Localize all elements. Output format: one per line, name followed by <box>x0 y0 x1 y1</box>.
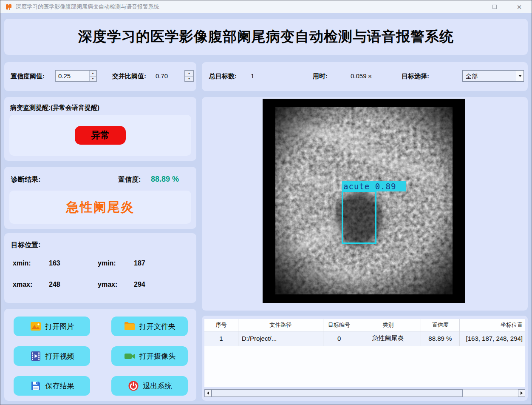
exit-system-button[interactable]: 退出系统 <box>111 376 188 396</box>
confidence-label: 置信度: <box>118 175 141 184</box>
xmin-label: xmin: <box>13 260 31 267</box>
ymax-label: ymax: <box>98 281 117 288</box>
button-label: 打开文件夹 <box>139 322 175 331</box>
ymax-value: 294 <box>134 281 145 288</box>
threshold-panel: 置信度阈值: 0.25 ▲ ▼ 交并比阈值: 0.70 ▲ ▼ <box>4 62 196 91</box>
diagnosis-panel: 诊断结果: 置信度: 88.89 % 急性阑尾炎 <box>4 167 196 229</box>
confidence-threshold-value: 0.25 <box>56 71 89 81</box>
elapsed-time-value: 0.059 s <box>351 72 371 80</box>
page-title: 深度学习的医学影像腹部阑尾病变自动检测与语音报警系统 <box>78 27 454 46</box>
open-image-button[interactable]: 打开图片 <box>14 317 90 336</box>
diagnosis-result: 急性阑尾炎 <box>66 199 134 216</box>
spin-up-icon[interactable]: ▲ <box>185 71 193 76</box>
confidence-threshold-label: 置信度阈值: <box>11 72 45 80</box>
cell-index: 1 <box>204 331 238 346</box>
maximize-icon <box>492 5 497 9</box>
alert-panel: 病变监测提醒:(异常会语音提醒) 异常 <box>4 97 196 161</box>
toolbar-panel: 打开图片 打开文件夹 打开视频 打开摄像 <box>4 309 196 401</box>
detection-bounding-box <box>342 191 376 244</box>
spin-down-icon[interactable]: ▼ <box>89 76 96 82</box>
scrollbar-track[interactable] <box>212 389 518 397</box>
ymin-value: 187 <box>134 260 145 267</box>
iou-threshold-spinner[interactable]: ▲ ▼ <box>184 70 194 82</box>
video-icon <box>30 350 42 362</box>
image-icon <box>30 320 42 332</box>
power-icon <box>127 380 139 392</box>
app-logo-icon <box>5 3 12 11</box>
camera-icon <box>124 350 136 362</box>
button-label: 保存结果 <box>45 381 74 391</box>
iou-threshold-label: 交并比阈值: <box>112 72 146 80</box>
cell-coords: [163, 187, 248, 294] <box>459 331 525 346</box>
window-title: 深度学习的医学影像腹部阑尾病变自动检测与语音报警系统 <box>16 3 159 11</box>
open-folder-button[interactable]: 打开文件夹 <box>111 317 188 336</box>
arrow-left-icon <box>207 391 209 395</box>
xmax-value: 248 <box>49 281 60 288</box>
cell-target: 0 <box>323 331 355 346</box>
window-controls: ✕ <box>458 0 532 13</box>
target-select-value: 全部 <box>463 71 516 81</box>
col-header-conf[interactable]: 置信度 <box>421 319 460 331</box>
open-camera-button[interactable]: 打开摄像头 <box>111 346 188 366</box>
header-panel: 深度学习的医学影像腹部阑尾病变自动检测与语音报警系统 <box>4 19 528 55</box>
close-button[interactable]: ✕ <box>507 0 532 13</box>
results-panel: 序号 文件路径 目标编号 类别 置信度 坐标位置 1 D:/Project/..… <box>202 316 528 401</box>
table-header-row: 序号 文件路径 目标编号 类别 置信度 坐标位置 <box>204 319 525 331</box>
table-row[interactable]: 1 D:/Project/... 0 急性阑尾炎 88.89 % [163, 1… <box>204 331 525 346</box>
cell-conf: 88.89 % <box>421 331 460 346</box>
xmin-value: 163 <box>49 260 60 267</box>
col-header-path[interactable]: 文件路径 <box>238 319 323 331</box>
spin-up-icon[interactable]: ▲ <box>89 71 96 76</box>
total-targets-label: 总目标数: <box>209 72 237 80</box>
arrow-right-icon <box>521 391 523 395</box>
results-table: 序号 文件路径 目标编号 类别 置信度 坐标位置 1 D:/Project/..… <box>204 319 525 346</box>
xmax-label: xmax: <box>13 281 32 288</box>
maximize-button[interactable] <box>482 0 507 13</box>
save-icon <box>30 380 42 392</box>
open-video-button[interactable]: 打开视频 <box>14 346 90 366</box>
button-label: 打开视频 <box>45 351 74 361</box>
elapsed-time-label: 用时: <box>313 72 328 80</box>
folder-icon <box>124 320 136 332</box>
close-icon: ✕ <box>517 4 522 10</box>
col-header-class[interactable]: 类别 <box>355 319 421 331</box>
detection-label: acute 0.89 <box>342 181 406 191</box>
dropdown-button[interactable] <box>516 71 524 81</box>
total-targets-value: 1 <box>251 72 254 80</box>
diagnosis-inner-box: 急性阑尾炎 <box>9 191 191 224</box>
button-label: 退出系统 <box>143 381 172 391</box>
target-select-label: 目标选择: <box>402 72 429 80</box>
spin-down-icon[interactable]: ▼ <box>185 76 193 82</box>
target-select-dropdown[interactable]: 全部 <box>462 70 524 82</box>
viewer-panel: acute 0.89 <box>202 97 528 311</box>
minimize-icon <box>467 7 473 7</box>
col-header-coords[interactable]: 坐标位置 <box>459 319 525 331</box>
diagnosis-label: 诊断结果: <box>11 175 40 184</box>
scrollbar-thumb[interactable] <box>212 389 463 397</box>
position-title: 目标位置: <box>11 241 40 250</box>
chevron-down-icon <box>518 75 522 77</box>
horizontal-scrollbar[interactable] <box>204 389 525 397</box>
confidence-spinner: ▲ ▼ <box>89 71 96 81</box>
app-window: 深度学习的医学影像腹部阑尾病变自动检测与语音报警系统 ✕ 深度学习的医学影像腹部… <box>0 0 532 405</box>
col-header-index[interactable]: 序号 <box>204 319 238 331</box>
results-table-wrap: 序号 文件路径 目标编号 类别 置信度 坐标位置 1 D:/Project/..… <box>204 319 525 387</box>
abnormal-status-button[interactable]: 异常 <box>75 126 126 145</box>
confidence-threshold-spinbox[interactable]: 0.25 ▲ ▼ <box>55 70 97 82</box>
confidence-value: 88.89 % <box>151 175 179 184</box>
button-label: 打开图片 <box>45 322 74 331</box>
ymin-label: ymin: <box>98 260 116 267</box>
cell-path: D:/Project/... <box>238 331 323 346</box>
save-results-button[interactable]: 保存结果 <box>14 376 90 396</box>
ultrasound-image: acute 0.89 <box>263 99 465 303</box>
alert-label: 病变监测提醒:(异常会语音提醒) <box>10 104 99 112</box>
stats-panel: 总目标数: 1 用时: 0.059 s 目标选择: 全部 <box>202 62 528 91</box>
col-header-target[interactable]: 目标编号 <box>323 319 355 331</box>
scroll-left-button[interactable] <box>204 389 212 397</box>
alert-inner-box: 异常 <box>9 115 191 156</box>
minimize-button[interactable] <box>458 0 482 13</box>
position-panel: 目标位置: xmin: 163 ymin: 187 xmax: 248 ymax… <box>4 233 196 303</box>
scroll-right-button[interactable] <box>518 389 525 397</box>
button-label: 打开摄像头 <box>139 351 175 361</box>
iou-threshold-value: 0.70 <box>156 72 168 80</box>
